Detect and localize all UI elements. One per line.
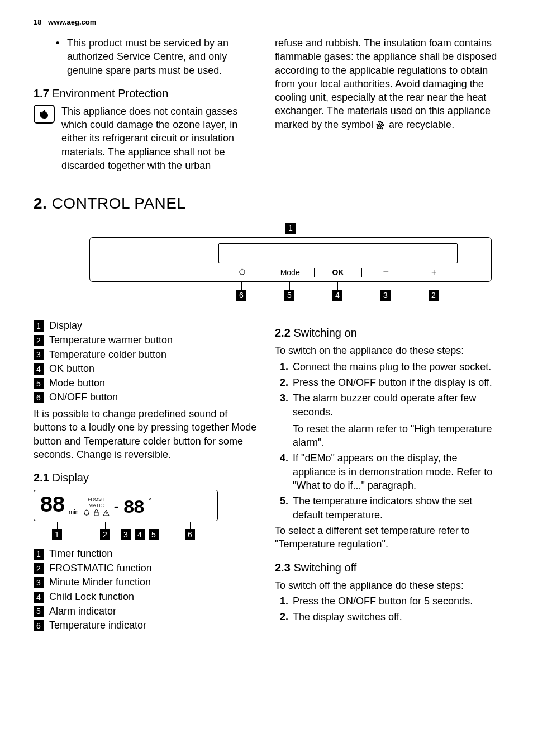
panel-frame: Mode OK − + [89, 237, 492, 282]
section-2-3-heading: 2.3 Switching off [275, 561, 499, 574]
section-2-1-heading: 2.1 Display [34, 471, 258, 484]
lock-icon [93, 509, 99, 517]
control-panel-diagram: 1 Mode OK − + [89, 223, 492, 305]
power-button-label [218, 268, 266, 277]
min-label: min [69, 508, 79, 515]
page-number: 18 [34, 18, 41, 26]
env-text-col1: This appliance does not contain gasses w… [61, 105, 258, 172]
control-panel-legend: 1Display 2Temperature warmer button 3Tem… [34, 320, 258, 404]
seg-left: 88 [40, 495, 64, 517]
s22-sub3: To reset the alarm refer to "High temper… [293, 422, 499, 450]
svg-rect-2 [94, 512, 98, 516]
recycle-icon [376, 121, 386, 130]
section-2-heading: 2. CONTROL PANEL [34, 195, 499, 212]
ok-button-label: OK [315, 268, 362, 277]
env-text-col2: refuse and rubbish. The insulation foam … [275, 36, 499, 131]
bullet-item: • This product must be serviced by an au… [56, 36, 258, 77]
s22-intro: To switch on the appliance do these step… [275, 344, 499, 357]
degree-icon: ° [148, 496, 151, 505]
callout-6: 6 [236, 290, 246, 301]
minus-sign: - [114, 498, 119, 515]
bullet-text: This product must be serviced by an auth… [67, 36, 258, 77]
alarm-icon [103, 509, 110, 517]
s23-intro: To switch off the appliance do these ste… [275, 579, 499, 592]
seg-right: 88 [123, 498, 144, 517]
section-1-7-heading: 1.7 Environment Protection [34, 87, 258, 100]
display-diagram: 88 min FROST MATIC - 88 ° [34, 490, 218, 542]
callout-5: 5 [284, 290, 294, 301]
display-window [218, 243, 458, 263]
minus-button-label: − [362, 266, 410, 278]
section-2-2-heading: 2.2 Switching on [275, 327, 499, 339]
button-row: Mode OK − + [218, 266, 458, 278]
environment-icon [34, 105, 55, 124]
callout-2: 2 [429, 290, 439, 301]
cp-note: It is possible to change predefined soun… [34, 407, 258, 461]
s22-outro: To select a different set temperature re… [275, 524, 499, 551]
bullet-icon: • [56, 36, 67, 77]
header-url: www.aeg.com [48, 18, 96, 26]
plus-button-label: + [410, 267, 458, 277]
bell-icon [83, 509, 90, 517]
callout-4: 4 [332, 290, 342, 301]
callout-1: 1 [285, 223, 296, 234]
page-header: 18 www.aeg.com [34, 18, 499, 26]
display-legend: 1Timer function 2FROSTMATIC function 3Mi… [34, 548, 258, 632]
callout-3: 3 [380, 290, 391, 301]
mode-button-label: Mode [266, 268, 314, 277]
